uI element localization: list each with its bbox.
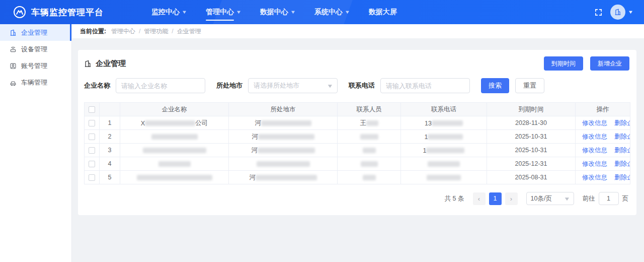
contact-phone-cell	[401, 171, 487, 184]
delete-enterprise-link[interactable]: 删除企业	[614, 174, 630, 181]
next-page-button[interactable]: ›	[505, 192, 518, 205]
contact-phone-cell	[401, 157, 487, 171]
table-column-header: 联系电话	[401, 103, 487, 116]
breadcrumb-crumb[interactable]: 管理功能	[144, 27, 168, 36]
contact-person-cell	[338, 157, 401, 171]
redacted-text	[427, 175, 461, 180]
row-index: 3	[100, 144, 120, 157]
breadcrumb-prefix: 当前位置:	[80, 27, 106, 36]
sidebar-item-label: 车辆管理	[21, 78, 47, 87]
nav-item-2[interactable]: 管理中心▼	[196, 0, 251, 24]
top-navbar: 车辆监控管理平台 监控中心▼管理中心▼数据中心▼系统中心▼数据大屏 ▼	[0, 0, 644, 24]
delete-enterprise-link[interactable]: 删除企业	[614, 119, 630, 126]
table-header: 企业名称所处地市联系人员联系电话到期时间操作	[85, 103, 630, 116]
sidebar-item-2[interactable]: 设备管理	[0, 41, 71, 57]
pagination: 共 5 条 ‹ 1 › 10条/页 ▼ 前往 页	[84, 192, 630, 205]
sidebar-item-3[interactable]: 账号管理	[0, 57, 71, 74]
redacted-text	[363, 175, 376, 180]
row-index: 4	[100, 157, 120, 171]
nav-item-label: 数据中心	[260, 8, 288, 17]
company-name-cell	[120, 144, 229, 157]
edit-info-link[interactable]: 修改信息	[582, 160, 607, 167]
filter-label-company: 企业名称	[84, 81, 110, 90]
contact-phone-input[interactable]	[380, 78, 470, 93]
city-cell: 河	[229, 171, 338, 184]
sidebar-item-4[interactable]: 车辆管理	[0, 74, 71, 91]
delete-enterprise-link[interactable]: 删除企业	[614, 160, 630, 167]
actions-cell: 修改信息删除企业	[576, 157, 630, 171]
nav-item-3[interactable]: 数据中心▼	[251, 0, 305, 24]
row-checkbox[interactable]	[89, 134, 95, 140]
delete-enterprise-link[interactable]: 删除企业	[614, 147, 630, 154]
user-menu[interactable]: ▼	[610, 5, 633, 20]
logo: 车辆监控管理平台	[0, 6, 109, 19]
row-checkbox[interactable]	[89, 120, 95, 126]
device-icon	[10, 46, 17, 53]
redacted-text	[428, 161, 460, 167]
select-all-checkbox[interactable]	[89, 106, 95, 113]
sidebar-item-1[interactable]: 企业管理	[0, 24, 71, 41]
nav-item-5[interactable]: 数据大屏	[359, 0, 407, 24]
table-row: 42025-12-31修改信息删除企业	[85, 157, 630, 171]
row-checkbox-cell	[85, 171, 100, 184]
prev-page-button[interactable]: ‹	[473, 192, 486, 205]
redacted-text	[360, 134, 378, 140]
row-checkbox-cell	[85, 130, 100, 144]
expire-time-button[interactable]: 到期时间	[544, 56, 583, 71]
fullscreen-icon[interactable]	[594, 8, 603, 17]
breadcrumb-crumb[interactable]: 管理中心	[111, 27, 135, 36]
expire-date-cell: 2025-10-31	[487, 130, 576, 144]
search-button[interactable]: 搜索	[481, 78, 509, 93]
chevron-down-icon: ▼	[182, 10, 188, 15]
contact-person-cell	[338, 144, 401, 157]
edit-info-link[interactable]: 修改信息	[582, 133, 607, 140]
row-checkbox[interactable]	[89, 147, 95, 154]
redacted-text	[258, 148, 315, 153]
nav-item-4[interactable]: 系统中心▼	[305, 0, 359, 24]
enterprise-table: 企业名称所处地市联系人员联系电话到期时间操作 1X公司河王132028-11-3…	[84, 102, 630, 184]
filter-bar: 企业名称 所处地市 请选择所处地市 ▼ 联系电话 搜索 重置	[84, 78, 630, 93]
chevron-down-icon: ▼	[290, 10, 296, 15]
actions-cell: 修改信息删除企业	[576, 116, 630, 130]
company-name-input[interactable]	[116, 78, 205, 93]
chevron-down-icon: ▼	[564, 196, 571, 202]
redacted-text	[261, 120, 311, 126]
total-count: 共 5 条	[445, 194, 464, 203]
redacted-text	[137, 175, 212, 180]
add-enterprise-button[interactable]: 新增企业	[590, 56, 629, 71]
row-checkbox-cell	[85, 157, 100, 171]
page-size-select[interactable]: 10条/页 ▼	[526, 192, 574, 205]
company-name-cell: X公司	[120, 116, 229, 130]
redacted-text	[256, 175, 317, 180]
city-select[interactable]: 请选择所处地市 ▼	[248, 78, 338, 93]
breadcrumb-crumb[interactable]: 企业管理	[177, 27, 201, 36]
expire-date-cell: 2025-12-31	[487, 157, 576, 171]
table-row: 5河2025-08-31修改信息删除企业	[85, 171, 630, 184]
chevron-down-icon: ▼	[344, 10, 350, 15]
edit-info-link[interactable]: 修改信息	[582, 119, 607, 126]
redacted-text	[432, 120, 463, 126]
goto-page-input[interactable]	[599, 192, 619, 205]
page-number-1[interactable]: 1	[489, 192, 502, 205]
edit-info-link[interactable]: 修改信息	[582, 147, 607, 154]
panel-title: 企业管理	[84, 59, 126, 69]
nav-item-1[interactable]: 监控中心▼	[142, 0, 196, 24]
company-name-cell	[120, 157, 229, 171]
sidebar: 企业管理设备管理账号管理车辆管理	[0, 24, 72, 262]
row-checkbox-cell	[85, 116, 100, 130]
reset-button[interactable]: 重置	[515, 78, 544, 93]
sidebar-item-label: 企业管理	[21, 28, 47, 37]
contact-person-cell	[338, 171, 401, 184]
redacted-text	[363, 148, 376, 153]
breadcrumb: 当前位置: 管理中心 / 管理功能 / 企业管理	[72, 24, 644, 38]
page-size-value: 10条/页	[531, 194, 552, 203]
row-checkbox[interactable]	[89, 161, 95, 167]
row-index: 1	[100, 116, 120, 130]
edit-info-link[interactable]: 修改信息	[582, 174, 607, 181]
row-checkbox[interactable]	[89, 174, 95, 181]
delete-enterprise-link[interactable]: 删除企业	[614, 133, 630, 140]
vehicle-icon	[10, 79, 17, 86]
avatar[interactable]	[610, 5, 625, 20]
table-column-header	[100, 103, 120, 116]
expire-date-cell: 2025-08-31	[487, 171, 576, 184]
